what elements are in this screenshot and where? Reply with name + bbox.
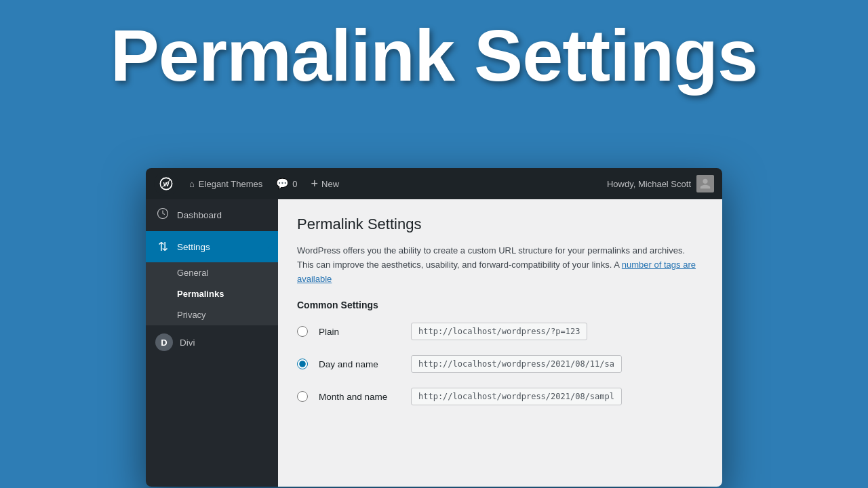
admin-bar-site[interactable]: ⌂ Elegant Themes	[182, 179, 269, 189]
user-avatar	[696, 175, 714, 192]
description: WordPress offers you the ability to crea…	[297, 244, 703, 286]
site-name: Elegant Themes	[199, 179, 262, 189]
sidebar-item-dashboard[interactable]: Dashboard	[146, 199, 278, 231]
admin-bar-new[interactable]: + New	[304, 177, 347, 191]
permalink-option-day-name: Day and name http://localhost/wordpress/…	[297, 355, 703, 373]
url-month-name: http://localhost/wordpress/2021/08/sampl	[411, 388, 622, 405]
url-day-name: http://localhost/wordpress/2021/08/11/sa	[411, 355, 622, 373]
sidebar-sub-item-privacy[interactable]: Privacy	[146, 304, 278, 325]
settings-arrow-icon: ◀	[267, 237, 278, 256]
dashboard-label: Dashboard	[177, 210, 222, 220]
sidebar-item-divi[interactable]: D Divi	[146, 325, 278, 359]
sidebar-item-settings[interactable]: ⇅ Settings ◀	[146, 231, 278, 262]
wp-admin-window: W ⌂ Elegant Themes 💬 0 + New Howdy, Mich…	[146, 168, 722, 487]
divi-label: Divi	[180, 338, 195, 348]
svg-text:W: W	[163, 181, 170, 188]
wp-main: Dashboard ⇅ Settings ◀ General Permalink…	[146, 199, 722, 487]
label-day-name[interactable]: Day and name	[319, 359, 400, 369]
label-plain[interactable]: Plain	[319, 327, 400, 337]
admin-bar-user[interactable]: Howdy, Michael Scott	[607, 175, 714, 192]
new-label: New	[321, 179, 339, 189]
page-hero-title: Permalink Settings	[0, 19, 868, 92]
content-area: Permalink Settings WordPress offers you …	[278, 199, 722, 487]
settings-label: Settings	[177, 242, 210, 252]
content-page-title: Permalink Settings	[297, 216, 703, 233]
permalink-option-plain: Plain http://localhost/wordpress/?p=123	[297, 323, 703, 340]
wp-logo[interactable]: W	[154, 171, 178, 196]
sidebar: Dashboard ⇅ Settings ◀ General Permalink…	[146, 199, 278, 487]
settings-icon: ⇅	[155, 239, 170, 254]
plus-icon: +	[311, 177, 319, 191]
comment-icon: 💬	[276, 178, 289, 190]
label-month-name[interactable]: Month and name	[319, 392, 400, 402]
admin-bar: W ⌂ Elegant Themes 💬 0 + New Howdy, Mich…	[146, 168, 722, 199]
radio-plain[interactable]	[297, 326, 308, 337]
dashboard-icon	[155, 207, 170, 223]
permalink-option-month-name: Month and name http://localhost/wordpres…	[297, 388, 703, 405]
comments-count: 0	[292, 179, 297, 189]
home-icon: ⌂	[189, 179, 195, 189]
radio-month-name[interactable]	[297, 391, 308, 402]
common-settings-title: Common Settings	[297, 300, 703, 310]
sidebar-sub-item-permalinks[interactable]: Permalinks	[146, 283, 278, 304]
settings-submenu: General Permalinks Privacy	[146, 262, 278, 325]
url-plain: http://localhost/wordpress/?p=123	[411, 323, 587, 340]
sidebar-sub-item-general[interactable]: General	[146, 262, 278, 283]
permalinks-label: Permalinks	[177, 289, 224, 299]
divi-icon: D	[155, 333, 173, 351]
admin-bar-comments[interactable]: 💬 0	[269, 178, 304, 190]
general-label: General	[177, 268, 208, 278]
user-greeting: Howdy, Michael Scott	[607, 179, 691, 189]
radio-day-name[interactable]	[297, 359, 308, 369]
privacy-label: Privacy	[177, 310, 206, 320]
